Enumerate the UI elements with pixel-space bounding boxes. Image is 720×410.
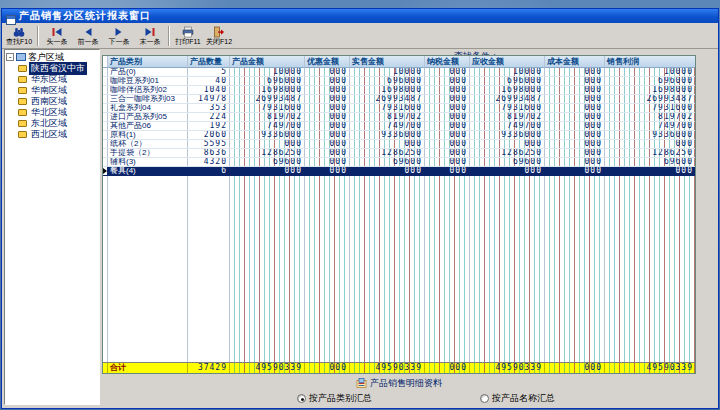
computer-icon	[16, 53, 26, 61]
print-button[interactable]: 打印F11	[173, 24, 203, 48]
print-button-label: 打印F11	[175, 38, 201, 46]
row-marker	[103, 149, 108, 157]
filler-cell	[230, 176, 305, 362]
col-header-category[interactable]: 产品类别	[108, 56, 188, 68]
radio-by-name[interactable]: 按产品名称汇总	[480, 392, 555, 405]
table-row[interactable]: 辅料(3)432069600000696000006960000069600	[103, 158, 695, 167]
cell-product-amount: 1698000	[230, 86, 305, 94]
close-button[interactable]: 关闭F12	[204, 24, 234, 48]
total-marker	[103, 363, 108, 373]
table-row[interactable]: 原料(1)20609336000000933600000093360000009…	[103, 131, 695, 140]
cell-quantity: 1040	[188, 86, 230, 94]
cell-profit: 69600	[605, 158, 695, 166]
row-marker	[103, 104, 108, 112]
radio-by-name-label: 按产品名称汇总	[492, 392, 555, 405]
table-row[interactable]: 其他产品061927497000007497000007497000007497…	[103, 122, 695, 131]
find-button[interactable]: 查找F10	[4, 24, 34, 48]
table-row[interactable]: 咖啡豆系列01406960000006960000006960000006960…	[103, 77, 695, 86]
radio-by-category[interactable]: 按产品类别汇总	[297, 392, 372, 405]
cell-product-amount: 696000	[230, 77, 305, 85]
exit-icon	[213, 26, 225, 38]
table-row[interactable]: 咖啡伴侣系列0210401698000000169800000016980000…	[103, 86, 695, 95]
cell-receivable-amount: 749700	[470, 122, 545, 130]
cell-category: 辅料(3)	[108, 158, 188, 166]
cell-receivable-amount: 1698000	[470, 86, 545, 94]
first-record-button[interactable]: 头一条	[42, 24, 72, 48]
toolbar-separator	[168, 26, 170, 46]
total-quantity: 37429	[188, 363, 230, 373]
cell-tax-amount: 000	[425, 140, 470, 148]
cell-receivable-amount: 7931600	[470, 104, 545, 112]
cell-quantity: 5	[188, 68, 230, 76]
next-record-button[interactable]: 下一条	[104, 24, 134, 48]
cell-tax-amount: 000	[425, 68, 470, 76]
table-row[interactable]: 纸杯（2）5595000000000000000000000	[103, 140, 695, 149]
col-header-receivable-amount[interactable]: 应收金额	[470, 56, 545, 68]
folder-icon	[18, 87, 27, 94]
filler-cell	[425, 176, 470, 362]
total-label: 合计	[108, 363, 188, 373]
total-receivable-amount: 49590339	[470, 363, 545, 373]
filler-cell	[305, 176, 350, 362]
cell-discount-amount: 000	[305, 95, 350, 103]
folder-icon	[18, 109, 27, 116]
total-product-amount: 49590339	[230, 363, 305, 373]
cell-cost-amount: 000	[545, 86, 605, 94]
col-header-product-amount[interactable]: 产品金额	[230, 56, 305, 68]
row-marker	[103, 140, 108, 148]
col-header-profit[interactable]: 销售利润	[605, 56, 695, 68]
col-header-tax-amount[interactable]: 纳税金额	[425, 56, 470, 68]
cell-category: 原料(1)	[108, 131, 188, 139]
col-header-discount-amount[interactable]: 优惠金额	[305, 56, 350, 68]
col-header-actual-amount[interactable]: 实售金额	[350, 56, 425, 68]
cell-discount-amount: 000	[305, 86, 350, 94]
prev-record-button[interactable]: 前一条	[73, 24, 103, 48]
cell-discount-amount: 000	[305, 68, 350, 76]
folder-icon	[18, 131, 27, 138]
cell-cost-amount: 000	[545, 122, 605, 130]
table-row[interactable]: 产品(0)510000000100000001000000010000	[103, 68, 695, 77]
cell-category: 咖啡豆系列01	[108, 77, 188, 85]
cell-product-amount: 7931600	[230, 104, 305, 112]
cell-profit: 1286250	[605, 149, 695, 157]
cell-profit: 000	[605, 140, 695, 148]
folder-icon	[18, 98, 27, 105]
last-record-button[interactable]: 末一条	[135, 24, 165, 48]
close-button-label: 关闭F12	[206, 38, 232, 46]
cell-quantity: 14978	[188, 95, 230, 103]
cell-discount-amount: 000	[305, 77, 350, 85]
filler-cell	[545, 176, 605, 362]
col-header-cost-amount[interactable]: 成本金额	[545, 56, 605, 68]
cell-actual-amount: 69600	[350, 158, 425, 166]
col-header-quantity[interactable]: 产品数量	[188, 56, 230, 68]
total-actual-amount: 49590339	[350, 363, 425, 373]
table-row[interactable]: 进口产品系列0522481970200081970200081970200081…	[103, 113, 695, 122]
cell-profit: 9336000	[605, 131, 695, 139]
cell-receivable-amount: 000	[470, 167, 545, 175]
cell-product-amount: 749700	[230, 122, 305, 130]
find-button-label: 查找F10	[6, 38, 32, 46]
table-row[interactable]: 礼盒系列043537931600000793160000079316000007…	[103, 104, 695, 113]
prev-record-label: 前一条	[78, 38, 99, 46]
table-row[interactable]: 餐具(4)6000000000000000000000	[103, 167, 695, 176]
table-row[interactable]: 三合一咖啡系列031497826993487000269934870002699…	[103, 95, 695, 104]
cell-quantity: 5595	[188, 140, 230, 148]
cell-cost-amount: 000	[545, 158, 605, 166]
tree-item-label: 西北区域	[29, 128, 69, 141]
cell-tax-amount: 000	[425, 122, 470, 130]
report-table: 产品类别 产品数量 产品金额 优惠金额 实售金额 纳税金额 应收金额 成本金额 …	[102, 55, 696, 374]
collapse-icon[interactable]: -	[6, 53, 14, 61]
tree-item[interactable]: 西北区域	[6, 129, 99, 140]
cell-profit: 7931600	[605, 104, 695, 112]
row-marker	[103, 113, 108, 121]
filler-cell	[470, 176, 545, 362]
table-row[interactable]: 手提袋（2）8636128625000012862500001286250000…	[103, 149, 695, 158]
table-body: 产品(0)510000000100000001000000010000咖啡豆系列…	[103, 68, 695, 176]
toolbar: 查找F10 头一条 前一条 下一条	[2, 23, 718, 49]
filler-cell	[108, 176, 188, 362]
titlebar[interactable]: 产品销售分区统计报表窗口	[2, 9, 718, 23]
cell-receivable-amount: 000	[470, 140, 545, 148]
table-filler	[103, 176, 695, 362]
total-discount-amount: 000	[305, 363, 350, 373]
cell-receivable-amount: 1286250	[470, 149, 545, 157]
